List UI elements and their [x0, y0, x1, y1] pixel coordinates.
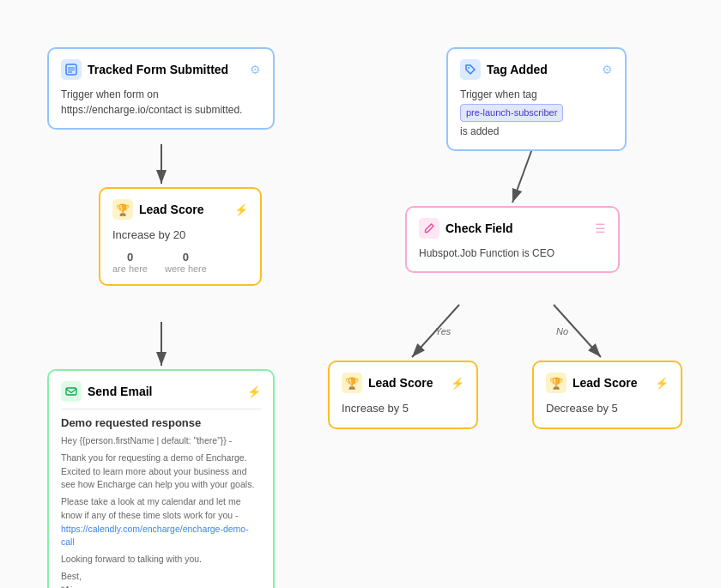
- lead-score-dec5-header: 🏆 Lead Score ⚡: [546, 373, 669, 393]
- check-field-title: Check Field: [445, 221, 513, 235]
- tracked-form-settings-icon[interactable]: ⚙: [250, 63, 261, 76]
- trophy-icon-inc5: 🏆: [342, 373, 362, 393]
- trophy-icon-dec5: 🏆: [546, 373, 566, 393]
- form-icon: [61, 59, 82, 80]
- send-email-node[interactable]: Send Email ⚡ Demo requested response Hey…: [47, 369, 275, 588]
- lead-score-top-header-left: 🏆 Lead Score: [112, 199, 203, 220]
- tracked-form-header: Tracked Form Submitted ⚙: [61, 59, 261, 80]
- lead-score-top-node[interactable]: 🏆 Lead Score ⚡ Increase by 20 0 are here…: [99, 187, 262, 286]
- check-field-filter-icon[interactable]: ☰: [595, 221, 606, 235]
- lead-score-dec5-title: Lead Score: [573, 376, 637, 390]
- lead-score-dec5-body: Decrease by 5: [546, 400, 669, 417]
- tag-icon: [460, 59, 481, 80]
- svg-rect-11: [66, 388, 76, 395]
- lightning-icon-top: ⚡: [234, 203, 248, 216]
- lead-score-top-stats: 0 are here 0 were here: [112, 251, 248, 274]
- lead-score-top-title: Lead Score: [139, 203, 203, 216]
- no-label: No: [556, 326, 568, 336]
- lead-score-inc5-node[interactable]: 🏆 Lead Score ⚡ Increase by 5: [328, 361, 478, 429]
- email-divider: [61, 409, 261, 409]
- tag-added-title: Tag Added: [487, 63, 548, 76]
- lead-score-inc5-header: 🏆 Lead Score ⚡: [342, 373, 464, 393]
- lead-score-inc5-body: Increase by 5: [342, 400, 464, 417]
- tracked-form-title: Tracked Form Submitted: [88, 63, 228, 76]
- email-link[interactable]: https://calendly.com/encharge/encharge-d…: [61, 524, 249, 548]
- stat-were-here: 0 were here: [165, 251, 207, 274]
- tag-added-header-left: Tag Added: [460, 59, 548, 80]
- tracked-form-body: Trigger when form on https://encharge.io…: [61, 87, 261, 118]
- lightning-icon-inc5: ⚡: [451, 377, 464, 390]
- lightning-icon-email: ⚡: [247, 385, 261, 398]
- send-email-title: Send Email: [88, 385, 152, 398]
- yes-label: Yes: [435, 326, 451, 336]
- tracked-form-header-left: Tracked Form Submitted: [61, 59, 228, 80]
- tag-badge: pre-launch-subscriber: [460, 104, 563, 122]
- pencil-icon: [419, 218, 439, 239]
- lead-score-dec5-node[interactable]: 🏆 Lead Score ⚡ Decrease by 5: [532, 361, 682, 429]
- tracked-form-node[interactable]: Tracked Form Submitted ⚙ Trigger when fo…: [47, 47, 275, 130]
- check-field-node[interactable]: Check Field ☰ Hubspot.Job Function is CE…: [405, 206, 620, 273]
- tag-added-node[interactable]: Tag Added ⚙ Trigger when tag pre-launch-…: [446, 47, 627, 151]
- tag-added-body: Trigger when tag pre-launch-subscriber i…: [460, 87, 613, 139]
- lead-score-dec5-header-left: 🏆 Lead Score: [546, 373, 637, 393]
- check-field-header-left: Check Field: [419, 218, 513, 239]
- tag-added-settings-icon[interactable]: ⚙: [602, 63, 613, 76]
- tag-added-header: Tag Added ⚙: [460, 59, 613, 80]
- trophy-icon-top: 🏆: [112, 199, 133, 220]
- send-email-header-left: Send Email: [61, 381, 152, 402]
- lightning-icon-dec5: ⚡: [655, 377, 669, 390]
- check-field-body: Hubspot.Job Function is CEO: [419, 246, 606, 261]
- lead-score-top-header: 🏆 Lead Score ⚡: [112, 199, 248, 220]
- email-body: Hey {{person.firstName | default: "there…: [61, 434, 261, 588]
- svg-point-10: [468, 67, 470, 69]
- email-icon: [61, 381, 82, 402]
- lead-score-inc5-title: Lead Score: [368, 376, 433, 390]
- lead-score-top-body: Increase by 20: [112, 227, 248, 244]
- workflow-canvas: Yes No Tracked Form Submitted ⚙ Trigger …: [0, 0, 721, 588]
- lead-score-inc5-header-left: 🏆 Lead Score: [342, 373, 433, 393]
- stat-are-here: 0 are here: [112, 251, 148, 274]
- check-field-header: Check Field ☰: [419, 218, 606, 239]
- send-email-header: Send Email ⚡: [61, 381, 261, 402]
- email-subject: Demo requested response: [61, 416, 261, 429]
